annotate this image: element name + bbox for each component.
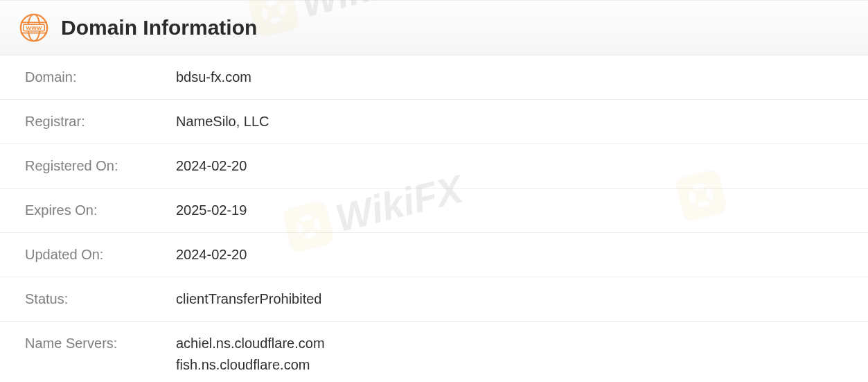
row-value: 2024-02-20 xyxy=(176,244,247,266)
table-row: Name Servers: achiel.ns.cloudflare.com f… xyxy=(0,322,868,382)
www-icon-label: WWW xyxy=(26,25,42,31)
row-value: bdsu-fx.com xyxy=(176,67,251,88)
row-label: Name Servers: xyxy=(25,333,176,354)
row-label: Updated On: xyxy=(25,244,176,266)
row-label: Expires On: xyxy=(25,200,176,221)
row-label: Status: xyxy=(25,288,176,310)
info-table: Domain: bdsu-fx.com Registrar: NameSilo,… xyxy=(0,55,868,382)
row-value: 2024-02-20 xyxy=(176,155,247,177)
row-value: achiel.ns.cloudflare.com fish.ns.cloudfl… xyxy=(176,333,325,376)
row-label: Domain: xyxy=(25,67,176,88)
row-label: Registrar: xyxy=(25,111,176,132)
row-value: 2025-02-19 xyxy=(176,200,247,221)
table-row: Registrar: NameSilo, LLC xyxy=(0,100,868,144)
table-row: Status: clientTransferProhibited xyxy=(0,277,868,322)
table-row: Domain: bdsu-fx.com xyxy=(0,55,868,100)
section-header: WWW Domain Information xyxy=(0,0,868,55)
www-globe-icon: WWW xyxy=(19,13,48,42)
row-label: Registered On: xyxy=(25,155,176,177)
row-value: NameSilo, LLC xyxy=(176,111,269,132)
table-row: Expires On: 2025-02-19 xyxy=(0,189,868,233)
table-row: Registered On: 2024-02-20 xyxy=(0,144,868,189)
table-row: Updated On: 2024-02-20 xyxy=(0,233,868,277)
row-value: clientTransferProhibited xyxy=(176,288,321,310)
page-title: Domain Information xyxy=(61,16,257,40)
